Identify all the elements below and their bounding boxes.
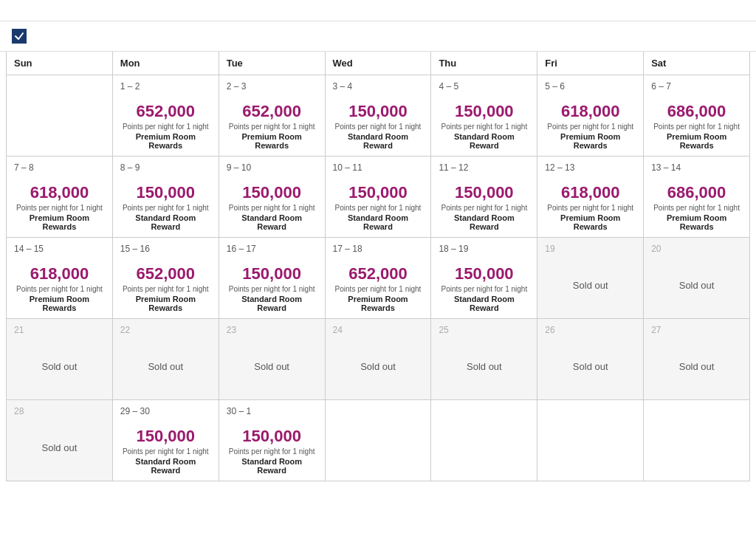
cell-date: 28	[14, 406, 24, 416]
cell-date: 7 – 8	[14, 162, 34, 173]
cell-date: 25	[439, 325, 448, 335]
cell-reward-type: Standard Room Reward	[333, 213, 424, 231]
calendar-header-day: Tue	[219, 52, 326, 75]
cell-date: 12 – 13	[545, 162, 574, 173]
calendar-cell[interactable]: 10 – 11150,000Points per night for 1 nig…	[326, 157, 432, 238]
cell-per-night: Points per night for 1 night	[439, 285, 529, 293]
calendar-cell[interactable]: 13 – 14686,000Points per night for 1 nig…	[644, 157, 750, 238]
cell-reward-type: Standard Room Reward	[120, 457, 211, 475]
cell-reward-type: Standard Room Reward	[333, 132, 424, 150]
cell-date: 30 – 1	[227, 406, 251, 416]
cell-points: 686,000	[651, 183, 742, 202]
calendar-cell[interactable]: 16 – 17150,000Points per night for 1 nig…	[219, 238, 326, 319]
calendar-cell[interactable]: 30 – 1150,000Points per night for 1 nigh…	[219, 400, 326, 481]
cell-date: 6 – 7	[651, 81, 671, 92]
cell-per-night: Points per night for 1 night	[227, 447, 317, 456]
cell-per-night: Points per night for 1 night	[120, 285, 211, 293]
calendar-header-day: Wed	[326, 52, 432, 75]
cell-reward-type: Premium Room Rewards	[120, 132, 211, 150]
cell-points: 618,000	[545, 183, 636, 202]
cell-points: 652,000	[333, 264, 424, 284]
cell-per-night: Points per night for 1 night	[333, 285, 424, 293]
calendar-cell[interactable]: 14 – 15618,000Points per night for 1 nig…	[7, 238, 113, 319]
cell-date: 5 – 6	[545, 81, 565, 92]
cell-points: 150,000	[227, 427, 317, 446]
calendar-cell	[326, 400, 432, 481]
sold-out-label: Sold out	[14, 427, 105, 468]
cell-points: 686,000	[651, 102, 742, 121]
calendar-cell: 21Sold out	[7, 319, 113, 400]
cell-per-night: Points per night for 1 night	[14, 204, 105, 212]
calendar-cell[interactable]: 29 – 30150,000Points per night for 1 nig…	[113, 400, 219, 481]
calendar-cell[interactable]: 11 – 12150,000Points per night for 1 nig…	[431, 157, 537, 238]
calendar-cell	[644, 400, 750, 481]
cell-points: 652,000	[120, 102, 211, 121]
cell-date: 10 – 11	[333, 162, 362, 173]
cell-date: 16 – 17	[227, 244, 256, 254]
cell-points: 150,000	[227, 183, 317, 202]
calendar-cell: 23Sold out	[219, 319, 326, 400]
cell-points: 618,000	[545, 102, 636, 121]
calendar-cell[interactable]: 17 – 18652,000Points per night for 1 nig…	[326, 238, 432, 319]
cell-points: 150,000	[120, 427, 211, 446]
cell-reward-type: Premium Room Rewards	[227, 132, 317, 150]
sold-out-label: Sold out	[227, 346, 317, 387]
cell-reward-type: Premium Room Rewards	[14, 213, 105, 231]
sold-out-label: Sold out	[333, 346, 424, 387]
sold-out-label: Sold out	[651, 346, 742, 387]
calendar-cell: 27Sold out	[644, 319, 750, 400]
checkbox-icon	[12, 29, 27, 44]
sold-out-label: Sold out	[651, 265, 742, 306]
calendar-cell[interactable]: 18 – 19150,000Points per night for 1 nig…	[431, 238, 537, 319]
calendar-cell	[431, 400, 537, 481]
calendar-cell[interactable]: 15 – 16652,000Points per night for 1 nig…	[113, 238, 219, 319]
cell-per-night: Points per night for 1 night	[120, 204, 211, 212]
calendar-header-day: Fri	[537, 52, 644, 75]
calendar-cell[interactable]: 1 – 2652,000Points per night for 1 night…	[113, 75, 219, 157]
cell-date: 15 – 16	[120, 244, 150, 254]
calendar-cell: 22Sold out	[113, 319, 219, 400]
cell-per-night: Points per night for 1 night	[545, 204, 636, 212]
cell-date: 18 – 19	[439, 244, 468, 254]
calendar-cell[interactable]: 2 – 3652,000Points per night for 1 night…	[219, 75, 326, 157]
calendar-cell[interactable]: 5 – 6618,000Points per night for 1 night…	[537, 75, 644, 157]
calendar-cell[interactable]: 4 – 5150,000Points per night for 1 night…	[431, 75, 537, 157]
cell-reward-type: Standard Room Reward	[227, 457, 317, 475]
cell-date: 27	[651, 325, 661, 335]
calendar-cell[interactable]: 9 – 10150,000Points per night for 1 nigh…	[219, 157, 326, 238]
calendar-header-day: Thu	[431, 52, 537, 75]
cell-date: 23	[227, 325, 236, 335]
calendar-cell: 28Sold out	[7, 400, 113, 481]
sold-out-label: Sold out	[545, 265, 636, 306]
calendar-cell[interactable]: 3 – 4150,000Points per night for 1 night…	[326, 75, 432, 157]
cell-reward-type: Premium Room Rewards	[14, 295, 105, 312]
cell-points: 652,000	[120, 264, 211, 284]
cell-per-night: Points per night for 1 night	[227, 123, 317, 131]
calendar-cell[interactable]: 6 – 7686,000Points per night for 1 night…	[644, 75, 750, 157]
cell-points: 150,000	[333, 183, 424, 202]
use-points-checkbox[interactable]	[12, 29, 32, 44]
cell-per-night: Points per night for 1 night	[439, 123, 529, 131]
cell-reward-type: Premium Room Rewards	[120, 295, 211, 312]
cell-date: 11 – 12	[439, 162, 468, 173]
calendar-cell[interactable]: 8 – 9150,000Points per night for 1 night…	[113, 157, 219, 238]
calendar-cell[interactable]: 12 – 13618,000Points per night for 1 nig…	[537, 157, 644, 238]
sold-out-label: Sold out	[439, 346, 529, 387]
cell-points: 618,000	[14, 264, 105, 284]
calendar-cell[interactable]: 7 – 8618,000Points per night for 1 night…	[7, 157, 113, 238]
cell-reward-type: Standard Room Reward	[439, 132, 529, 150]
cell-date: 20	[651, 244, 661, 254]
cell-per-night: Points per night for 1 night	[120, 447, 211, 456]
cell-reward-type: Standard Room Reward	[227, 213, 317, 231]
calendar-grid: 1 – 2652,000Points per night for 1 night…	[6, 75, 750, 481]
cell-date: 9 – 10	[227, 162, 251, 173]
cell-date: 1 – 2	[120, 81, 140, 92]
calendar-cell: 24Sold out	[326, 319, 432, 400]
cell-points: 150,000	[439, 183, 529, 202]
page-title	[0, 0, 756, 21]
calendar-header-day: Sat	[644, 52, 750, 75]
calendar-cell	[7, 75, 113, 157]
calendar-cell: 20Sold out	[644, 238, 750, 319]
sold-out-label: Sold out	[14, 346, 105, 387]
cell-points: 150,000	[439, 264, 529, 284]
